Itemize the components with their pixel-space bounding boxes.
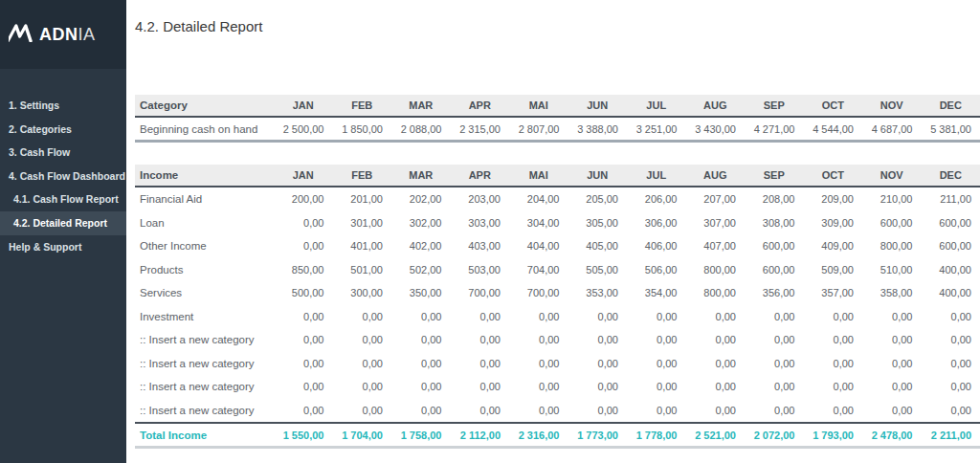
value-cell[interactable]: 503,00 — [451, 264, 510, 276]
value-cell[interactable]: 0,00 — [568, 334, 628, 345]
value-cell[interactable]: 402,00 — [391, 240, 451, 252]
value-cell[interactable]: 509,00 — [804, 264, 863, 276]
value-cell[interactable]: 200,00 — [274, 193, 333, 205]
value-cell[interactable]: 700,00 — [509, 287, 568, 298]
value-cell[interactable]: 0,00 — [627, 311, 686, 322]
value-cell[interactable]: 0,00 — [862, 405, 922, 416]
value-cell[interactable]: 205,00 — [568, 193, 628, 205]
row-label[interactable]: :: Insert a new category — [135, 358, 274, 369]
value-cell[interactable]: 0,00 — [333, 358, 392, 369]
value-cell[interactable]: 406,00 — [627, 240, 686, 252]
value-cell[interactable]: 357,00 — [804, 287, 863, 298]
value-cell[interactable]: 0,00 — [451, 381, 510, 392]
value-cell[interactable]: 400,00 — [922, 264, 980, 276]
value-cell[interactable]: 0,00 — [274, 405, 333, 416]
value-cell[interactable]: 800,00 — [686, 287, 746, 298]
value-cell[interactable]: 0,00 — [745, 334, 804, 345]
value-cell[interactable]: 350,00 — [391, 287, 451, 298]
value-cell[interactable]: 0,00 — [568, 311, 628, 322]
value-cell[interactable]: 600,00 — [922, 217, 980, 229]
value-cell[interactable]: 3 430,00 — [686, 123, 746, 135]
value-cell[interactable]: 303,00 — [451, 217, 510, 229]
value-cell[interactable]: 600,00 — [745, 240, 804, 252]
value-cell[interactable]: 0,00 — [862, 381, 922, 392]
value-cell[interactable]: 403,00 — [451, 240, 510, 252]
value-cell[interactable]: 0,00 — [274, 240, 333, 252]
value-cell[interactable]: 0,00 — [922, 334, 980, 345]
value-cell[interactable]: 0,00 — [509, 405, 568, 416]
value-cell[interactable]: 0,00 — [391, 311, 451, 322]
row-label[interactable]: Other Income — [135, 240, 274, 252]
value-cell[interactable]: 2 315,00 — [451, 123, 510, 135]
value-cell[interactable]: 211,00 — [922, 193, 980, 205]
value-cell[interactable]: 600,00 — [862, 217, 922, 229]
value-cell[interactable]: 0,00 — [568, 405, 628, 416]
value-cell[interactable]: 0,00 — [627, 405, 686, 416]
value-cell[interactable]: 0,00 — [686, 334, 746, 345]
value-cell[interactable]: 306,00 — [627, 217, 686, 229]
value-cell[interactable]: 800,00 — [862, 240, 922, 252]
value-cell[interactable]: 2 088,00 — [391, 123, 451, 135]
value-cell[interactable]: 5 381,00 — [922, 123, 980, 135]
value-cell[interactable]: 202,00 — [391, 193, 451, 205]
value-cell[interactable]: 2 807,00 — [509, 123, 568, 135]
value-cell[interactable]: 356,00 — [745, 287, 804, 298]
value-cell[interactable]: 407,00 — [686, 240, 746, 252]
value-cell[interactable]: 501,00 — [333, 264, 392, 276]
sidebar-item-2-categories[interactable]: 2. Categories — [0, 118, 126, 142]
row-label[interactable]: Services — [135, 287, 274, 298]
value-cell[interactable]: 1 850,00 — [333, 123, 392, 135]
value-cell[interactable]: 301,00 — [333, 217, 392, 229]
value-cell[interactable]: 0,00 — [568, 381, 628, 392]
value-cell[interactable]: 0,00 — [274, 311, 333, 322]
value-cell[interactable]: 401,00 — [333, 240, 392, 252]
value-cell[interactable]: 304,00 — [509, 217, 568, 229]
value-cell[interactable]: 510,00 — [862, 264, 922, 276]
value-cell[interactable]: 0,00 — [333, 334, 392, 345]
value-cell[interactable]: 704,00 — [509, 264, 568, 276]
value-cell[interactable]: 0,00 — [274, 217, 333, 229]
value-cell[interactable]: 210,00 — [862, 193, 922, 205]
value-cell[interactable]: 307,00 — [686, 217, 746, 229]
value-cell[interactable]: 358,00 — [862, 287, 922, 298]
row-label[interactable]: :: Insert a new category — [135, 405, 274, 416]
value-cell[interactable]: 0,00 — [686, 311, 746, 322]
value-cell[interactable]: 0,00 — [804, 358, 863, 369]
sidebar-item-4-cash-flow-dashboard[interactable]: 4. Cash Flow Dashboard — [0, 165, 126, 188]
value-cell[interactable]: 209,00 — [804, 193, 863, 205]
value-cell[interactable]: 0,00 — [451, 334, 510, 345]
value-cell[interactable]: 800,00 — [686, 264, 746, 276]
value-cell[interactable]: 0,00 — [627, 381, 686, 392]
sidebar-item-4-2-detailed-report[interactable]: 4.2. Detailed Report — [0, 211, 126, 235]
sidebar-item-3-cash-flow[interactable]: 3. Cash Flow — [0, 141, 126, 165]
value-cell[interactable]: 4 544,00 — [804, 123, 863, 135]
value-cell[interactable]: 0,00 — [627, 334, 686, 345]
value-cell[interactable]: 850,00 — [274, 264, 333, 276]
value-cell[interactable]: 0,00 — [274, 358, 333, 369]
sidebar-item-1-settings[interactable]: 1. Settings — [0, 94, 126, 118]
value-cell[interactable]: 0,00 — [922, 405, 980, 416]
value-cell[interactable]: 0,00 — [862, 358, 922, 369]
value-cell[interactable]: 0,00 — [333, 311, 392, 322]
value-cell[interactable]: 0,00 — [391, 334, 451, 345]
value-cell[interactable]: 0,00 — [804, 334, 863, 345]
row-label[interactable]: Loan — [135, 217, 274, 229]
value-cell[interactable]: 203,00 — [451, 193, 510, 205]
value-cell[interactable]: 0,00 — [568, 358, 628, 369]
value-cell[interactable]: 4 271,00 — [745, 123, 804, 135]
value-cell[interactable]: 300,00 — [333, 287, 392, 298]
row-label[interactable]: :: Insert a new category — [135, 381, 274, 392]
value-cell[interactable]: 500,00 — [274, 287, 333, 298]
value-cell[interactable]: 0,00 — [451, 358, 510, 369]
row-label[interactable]: Beginning cash on hand — [135, 123, 274, 135]
value-cell[interactable]: 0,00 — [745, 405, 804, 416]
value-cell[interactable]: 2 500,00 — [274, 123, 333, 135]
value-cell[interactable]: 0,00 — [745, 381, 804, 392]
value-cell[interactable]: 0,00 — [451, 311, 510, 322]
value-cell[interactable]: 0,00 — [922, 358, 980, 369]
value-cell[interactable]: 0,00 — [509, 381, 568, 392]
value-cell[interactable]: 0,00 — [333, 381, 392, 392]
value-cell[interactable]: 0,00 — [333, 405, 392, 416]
value-cell[interactable]: 0,00 — [862, 311, 922, 322]
row-label[interactable]: Products — [135, 264, 274, 276]
